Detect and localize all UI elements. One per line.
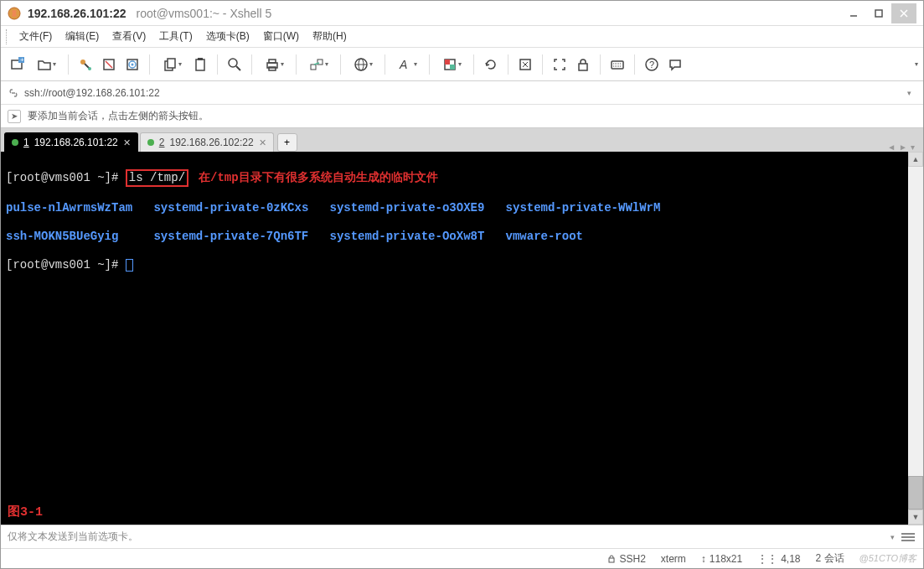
keyboard-icon[interactable] bbox=[606, 53, 629, 76]
session-tab-2[interactable]: 2 192.168.26.102:22 ✕ bbox=[140, 132, 274, 152]
print-icon[interactable]: ▾ bbox=[257, 53, 291, 76]
menubar: 文件(F) 编辑(E) 查看(V) 工具(T) 选项卡(B) 窗口(W) 帮助(… bbox=[1, 26, 923, 48]
svg-text:A: A bbox=[399, 58, 407, 71]
annotation-text: 在/tmp目录下有很多系统自动生成的临时文件 bbox=[199, 171, 438, 184]
find-icon[interactable] bbox=[223, 53, 246, 76]
svg-rect-23 bbox=[269, 67, 276, 70]
compose-handle-icon[interactable] bbox=[900, 533, 916, 541]
svg-text:?: ? bbox=[649, 59, 654, 70]
new-session-icon[interactable]: + bbox=[6, 53, 29, 76]
svg-rect-32 bbox=[450, 65, 455, 70]
terminal[interactable]: [root@vms001 ~]# ls /tmp/在/tmp目录下有很多系统自动… bbox=[1, 152, 908, 525]
prompt: [root@vms001 ~]# bbox=[6, 258, 118, 272]
status-size: ↕ 118x21 bbox=[701, 553, 742, 565]
menu-tools[interactable]: 工具(T) bbox=[152, 26, 199, 47]
status-cursor: ⋮⋮ 4,18 bbox=[757, 553, 800, 565]
compose-placeholder: 仅将文本发送到当前选项卡。 bbox=[8, 530, 138, 544]
dir-entry: vmware-root bbox=[506, 230, 583, 243]
lock-icon[interactable] bbox=[571, 53, 595, 76]
dir-entry: systemd-private-OoXw8T bbox=[330, 230, 485, 243]
cursor-pos-icon: ⋮⋮ bbox=[757, 553, 777, 565]
open-session-icon[interactable]: ▾ bbox=[29, 53, 63, 76]
address-text: ssh://root@192.168.26.101:22 bbox=[24, 87, 160, 99]
tab-number: 1 bbox=[23, 137, 29, 148]
menu-tabs[interactable]: 选项卡(B) bbox=[199, 26, 256, 47]
svg-rect-2 bbox=[875, 10, 882, 17]
dir-entry: ssh-MOKN5BUeGyig bbox=[6, 230, 118, 243]
svg-rect-37 bbox=[612, 61, 623, 69]
scroll-thumb[interactable] bbox=[908, 476, 923, 510]
terminal-scrollbar[interactable]: ▲ ▼ bbox=[908, 152, 923, 525]
tab-prev-icon[interactable]: ◄ bbox=[887, 142, 896, 152]
lock-small-icon bbox=[607, 555, 616, 563]
svg-rect-31 bbox=[445, 59, 450, 65]
size-icon: ↕ bbox=[701, 553, 706, 565]
menu-window[interactable]: 窗口(W) bbox=[256, 26, 306, 47]
scroll-down-icon[interactable]: ▼ bbox=[908, 510, 923, 525]
color-scheme-icon[interactable]: ▾ bbox=[435, 53, 468, 76]
svg-rect-24 bbox=[311, 65, 316, 70]
svg-point-9 bbox=[88, 67, 91, 70]
tab-list-icon[interactable]: ▾ bbox=[911, 142, 915, 152]
watermark: @51CTO博客 bbox=[859, 552, 916, 565]
terminal-container: [root@vms001 ~]# ls /tmp/在/tmp目录下有很多系统自动… bbox=[1, 152, 923, 525]
dir-entry: systemd-private-7Qn6TF bbox=[153, 230, 308, 243]
svg-rect-42 bbox=[609, 558, 614, 562]
transfer-icon[interactable]: ▾ bbox=[302, 53, 335, 76]
app-icon bbox=[8, 7, 21, 20]
tab-next-icon[interactable]: ► bbox=[899, 142, 907, 152]
font-icon[interactable]: A▾ bbox=[390, 53, 424, 76]
svg-rect-22 bbox=[269, 59, 276, 63]
status-dot-icon bbox=[12, 139, 18, 146]
tab-label: 192.168.26.101:22 bbox=[34, 137, 118, 148]
dir-entry: pulse-nlAwrmsWzTam bbox=[6, 201, 132, 215]
refresh-icon[interactable] bbox=[479, 53, 503, 76]
maximize-button[interactable] bbox=[866, 3, 891, 23]
title-host: 192.168.26.101:22 bbox=[28, 7, 126, 20]
clear-icon[interactable] bbox=[514, 53, 537, 76]
toolbar-overflow-icon[interactable]: ▾ bbox=[915, 60, 918, 68]
tab-nav: ◄ ► ▾ bbox=[887, 142, 920, 152]
toolbar: + ▾ ▾ ▾ ▾ ▾ A▾ ▾ ? ▾ bbox=[1, 48, 923, 81]
add-session-arrow-button[interactable]: ➤ bbox=[8, 110, 21, 123]
status-proto: SSH2 bbox=[607, 553, 645, 565]
menu-view[interactable]: 查看(V) bbox=[106, 26, 152, 47]
properties-icon[interactable] bbox=[121, 53, 144, 76]
copy-icon[interactable]: ▾ bbox=[155, 53, 188, 76]
svg-text:+: + bbox=[20, 57, 24, 64]
close-button[interactable] bbox=[891, 3, 916, 23]
compose-dropdown-icon[interactable]: ▾ bbox=[890, 533, 895, 541]
scroll-up-icon[interactable]: ▲ bbox=[908, 152, 923, 167]
svg-rect-17 bbox=[196, 59, 204, 70]
minimize-button[interactable] bbox=[841, 3, 866, 23]
paste-icon[interactable] bbox=[188, 53, 212, 76]
link-icon bbox=[8, 87, 19, 99]
encoding-icon[interactable]: ▾ bbox=[346, 53, 379, 76]
connect-icon[interactable] bbox=[74, 53, 97, 76]
address-dropdown-icon[interactable]: ▾ bbox=[901, 89, 916, 97]
window-titlebar: 192.168.26.101:22 root@vms001:~ - Xshell… bbox=[1, 1, 923, 26]
compose-bar[interactable]: 仅将文本发送到当前选项卡。 ▾ bbox=[1, 525, 923, 548]
disconnect-icon[interactable] bbox=[97, 53, 121, 76]
tab-add-button[interactable]: + bbox=[277, 133, 297, 152]
svg-line-11 bbox=[106, 61, 112, 68]
svg-rect-36 bbox=[579, 64, 587, 70]
svg-rect-16 bbox=[168, 59, 175, 68]
tab-close-icon[interactable]: ✕ bbox=[123, 137, 131, 148]
dir-entry: systemd-private-WWlWrM bbox=[506, 201, 661, 215]
menu-help[interactable]: 帮助(H) bbox=[306, 26, 354, 47]
help-icon[interactable]: ? bbox=[640, 53, 663, 76]
status-dot-icon bbox=[147, 139, 154, 146]
address-bar[interactable]: ssh://root@192.168.26.101:22 ▾ bbox=[1, 81, 923, 105]
info-text: 要添加当前会话，点击左侧的箭头按钮。 bbox=[28, 109, 209, 123]
menu-edit[interactable]: 编辑(E) bbox=[59, 26, 106, 47]
menu-file[interactable]: 文件(F) bbox=[13, 26, 59, 47]
command-highlight: ls /tmp/ bbox=[126, 169, 188, 187]
menubar-grip[interactable] bbox=[6, 29, 9, 44]
scroll-track[interactable] bbox=[908, 167, 923, 510]
tab-label: 192.168.26.102:22 bbox=[169, 137, 253, 148]
tab-close-icon[interactable]: ✕ bbox=[259, 137, 266, 148]
session-tab-1[interactable]: 1 192.168.26.101:22 ✕ bbox=[4, 132, 138, 152]
fullscreen-icon[interactable] bbox=[548, 53, 571, 76]
chat-icon[interactable] bbox=[663, 53, 687, 76]
